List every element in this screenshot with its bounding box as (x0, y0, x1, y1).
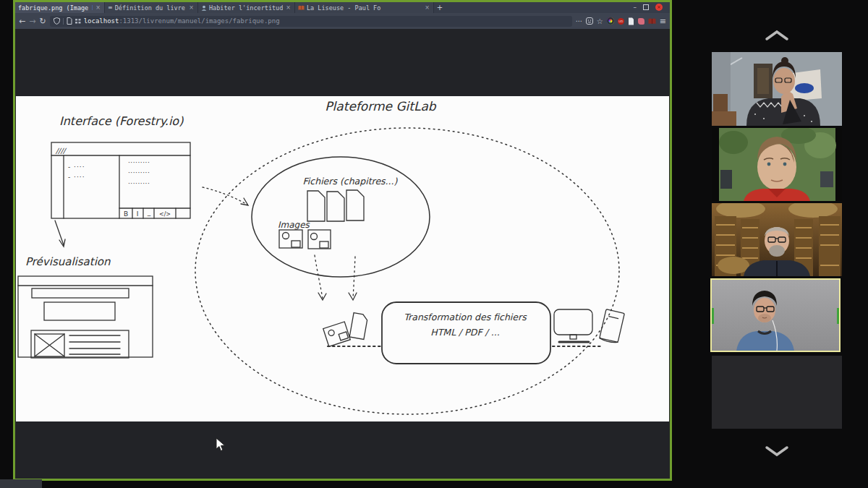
hatch-marks: //// (55, 147, 67, 155)
tab-definition-du-livre[interactable]: ≡ Définition du livre × (105, 2, 198, 13)
sidebar-bullet: - ···· (68, 174, 85, 181)
minimize-button[interactable]: – (634, 4, 637, 11)
browser-tab-bar: fabrique.png (Image PNG × ≡ Définition d… (15, 2, 670, 13)
url-bar[interactable]: localhost:1313/livrenum/manuel/images/fa… (50, 16, 572, 27)
participant-video-3[interactable] (712, 203, 842, 276)
extension-book-icon[interactable] (648, 18, 656, 25)
transformation-label-line1: Transformation des fichiers (404, 312, 527, 322)
monitor-icon (554, 309, 592, 342)
new-tab-button[interactable]: + (434, 2, 446, 13)
repository-ellipse (252, 157, 430, 277)
divider (63, 18, 64, 25)
screen: fabrique.png (Image PNG × ≡ Définition d… (0, 0, 868, 488)
tab-close-icon[interactable]: × (188, 4, 195, 11)
tab-title: fabrique.png (Image PNG (18, 4, 93, 12)
back-button[interactable]: ← (19, 17, 25, 25)
participant-4-video (712, 280, 839, 351)
page-content: Interface (Forestry.io) //// - ···· - ··… (15, 29, 670, 479)
forward-button[interactable]: → (29, 17, 35, 25)
arrow-interface-to-gitlab (203, 187, 247, 205)
preview-label: Prévisualisation (25, 255, 111, 268)
book-favicon-icon (298, 5, 305, 11)
tab-title: Définition du livre (115, 4, 187, 12)
participant-video-5-camera-off[interactable] (712, 356, 842, 429)
editor-code-button: </> (159, 211, 171, 218)
url-host: localhost (84, 17, 119, 25)
image-viewer-fabrique-png[interactable]: Interface (Forestry.io) //// - ···· - ··… (16, 96, 669, 421)
extension-red-badge-icon[interactable]: UD (618, 18, 624, 25)
book-icon (599, 309, 624, 344)
bookmark-star-icon[interactable]: ☆ (597, 17, 603, 25)
account-mask-icon[interactable] (586, 17, 593, 25)
scroll-participants-down-button[interactable] (764, 445, 790, 458)
extension-colorpicker-icon[interactable] (607, 17, 614, 25)
content-dots: ········· (128, 169, 150, 176)
arrow-images-down (315, 255, 323, 299)
editor-bold-button: B (124, 210, 128, 218)
arrow-files-down (353, 257, 355, 299)
participant-1-video (712, 52, 842, 126)
content-dots: ········· (128, 180, 150, 187)
file-icons (307, 190, 364, 221)
extension-page-icon[interactable] (628, 17, 634, 25)
participant-video-4-active-speaker[interactable] (710, 278, 841, 352)
tab-title: La Liseuse - Paul Fo (307, 4, 422, 12)
participant-video-2[interactable] (712, 128, 842, 201)
speaking-indicator (712, 308, 714, 324)
window-controls: – × (634, 4, 663, 11)
sidebar-bullet: - ···· (68, 163, 85, 171)
mouse-cursor (216, 438, 226, 453)
content-dots: ········· (128, 159, 150, 166)
close-window-button[interactable]: × (655, 4, 663, 11)
tab-fabrique-png[interactable]: fabrique.png (Image PNG × (15, 2, 105, 13)
permissions-grid-icon (75, 19, 81, 24)
files-label: Fichiers (chapitres...) (303, 176, 399, 187)
speaking-indicator (837, 308, 839, 324)
fabrique-diagram: Interface (Forestry.io) //// - ···· - ··… (16, 96, 669, 421)
reload-button[interactable]: ↻ (39, 17, 46, 25)
restore-button[interactable] (643, 4, 649, 10)
participant-2-video (712, 128, 842, 201)
tab-close-icon[interactable]: × (95, 4, 101, 11)
platform-label: Plateforme GitLab (325, 99, 436, 114)
page-icon (67, 17, 72, 25)
transformation-label-line2: HTML / PDF / ... (430, 327, 499, 338)
tilted-image-icon (323, 322, 351, 346)
scroll-participants-up-button[interactable] (764, 29, 790, 42)
participant-3-video (712, 203, 842, 276)
screen-share-region: fabrique.png (Image PNG × ≡ Définition d… (13, 0, 672, 481)
editor-underscore-button: _ (147, 209, 151, 216)
image-icons (279, 230, 331, 249)
tab-close-icon[interactable]: × (424, 4, 430, 11)
images-label: Images (278, 220, 310, 230)
overflow-menu-icon[interactable]: ⋯ (576, 17, 582, 25)
taskbar-fragment (0, 479, 42, 488)
tilted-file-icon (349, 313, 368, 340)
participant-video-1[interactable] (712, 52, 842, 126)
shield-icon (54, 17, 60, 25)
gitlab-platform-ellipse (195, 128, 619, 414)
hamburger-menu-icon[interactable]: ≡ (660, 17, 666, 25)
tab-la-liseuse[interactable]: La Liseuse - Paul Fo × (295, 2, 434, 13)
editor-italic-button: I (137, 210, 139, 218)
browser-nav-bar: ← → ↻ localhost:1313/livrenum/manuel/ima… (15, 13, 670, 29)
tab-close-icon[interactable]: × (285, 4, 292, 11)
tab-title: Habiter l'incertitud (209, 4, 283, 12)
tab-habiter-incertitude[interactable]: Habiter l'incertitud × (198, 2, 295, 13)
arrow-to-preview (55, 221, 64, 245)
site-favicon-icon (201, 5, 207, 11)
url-path: :1313/livrenum/manuel/images/fabrique.pn… (119, 17, 279, 25)
list-favicon-icon: ≡ (108, 4, 113, 11)
interface-label: Interface (Forestry.io) (59, 114, 184, 128)
url-text: localhost:1313/livrenum/manuel/images/fa… (84, 17, 280, 25)
extension-pink-icon[interactable] (638, 18, 644, 25)
